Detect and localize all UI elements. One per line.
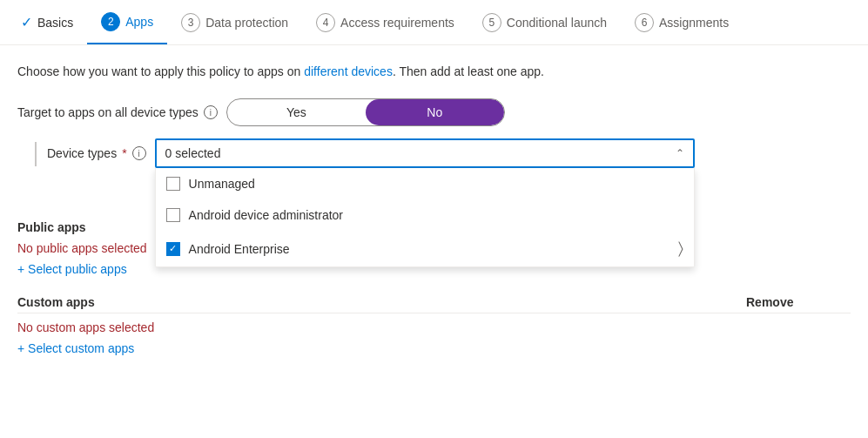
step-circle-conditional-launch: 5	[482, 13, 501, 32]
step-circle-apps: 2	[101, 12, 120, 31]
step-circle-data-protection: 3	[181, 13, 200, 32]
dropdown-label-android-admin: Android device administrator	[189, 208, 343, 222]
custom-apps-col-name: Custom apps	[17, 295, 746, 309]
checkbox-android-enterprise[interactable]	[166, 242, 180, 256]
dropdown-label-android-enterprise: Android Enterprise	[189, 242, 290, 256]
nav-label-apps: Apps	[125, 15, 153, 29]
nav-item-conditional-launch[interactable]: 5 Conditional launch	[468, 0, 621, 44]
toggle-no[interactable]: No	[366, 99, 504, 125]
nav-item-data-protection[interactable]: 3 Data protection	[167, 0, 302, 44]
custom-apps-table-header: Custom apps Remove	[17, 292, 851, 313]
nav-label-basics: Basics	[37, 16, 73, 30]
nav-label-data-protection: Data protection	[205, 16, 288, 30]
select-public-apps-link[interactable]: + Select public apps	[17, 262, 127, 276]
target-info-icon[interactable]: i	[204, 105, 218, 119]
target-apps-label: Target to apps on all device types i	[17, 105, 218, 119]
main-content: Choose how you want to apply this policy…	[0, 45, 868, 388]
cursor-pointer-icon: 〉	[678, 239, 683, 258]
select-custom-apps-link[interactable]: + Select custom apps	[17, 341, 134, 355]
device-types-info-icon[interactable]: i	[132, 146, 146, 160]
checkbox-unmanaged[interactable]	[166, 177, 180, 191]
indent-line	[35, 142, 37, 166]
device-types-row: Device types * i 0 selected ⌃ Unmanaged	[47, 138, 695, 168]
device-types-indent-row: Device types * i 0 selected ⌃ Unmanaged	[35, 138, 851, 168]
toggle-group[interactable]: Yes No	[226, 98, 505, 126]
nav-label-access-requirements: Access requirements	[340, 16, 454, 30]
no-custom-apps-text: No custom apps selected	[17, 320, 851, 334]
checkbox-android-admin[interactable]	[166, 208, 180, 222]
device-types-dropdown-container: 0 selected ⌃ Unmanaged Android device ad…	[155, 138, 695, 168]
dropdown-label-unmanaged: Unmanaged	[189, 177, 255, 191]
device-types-label: Device types * i	[47, 146, 146, 160]
required-star: *	[122, 146, 126, 160]
nav-item-assignments[interactable]: 6 Assignments	[621, 0, 743, 44]
dropdown-trigger-text: 0 selected	[165, 146, 221, 160]
dropdown-item-android-enterprise[interactable]: Android Enterprise 〉	[156, 231, 694, 266]
checkmark-icon: ✓	[21, 14, 32, 30]
custom-apps-section: Custom apps Remove No custom apps select…	[17, 292, 851, 371]
nav-item-access-requirements[interactable]: 4 Access requirements	[302, 0, 468, 44]
chevron-up-icon: ⌃	[676, 147, 684, 159]
nav-item-basics[interactable]: ✓ Basics	[7, 0, 87, 44]
step-circle-access-requirements: 4	[316, 13, 335, 32]
device-types-dropdown-trigger[interactable]: 0 selected ⌃	[155, 138, 695, 168]
nav-label-assignments: Assignments	[659, 16, 729, 30]
step-circle-assignments: 6	[635, 13, 654, 32]
dropdown-item-unmanaged[interactable]: Unmanaged	[156, 168, 694, 199]
nav-label-conditional-launch: Conditional launch	[507, 16, 607, 30]
device-types-dropdown-list: Unmanaged Android device administrator A…	[155, 168, 695, 267]
dropdown-item-android-admin[interactable]: Android device administrator	[156, 199, 694, 231]
page-description: Choose how you want to apply this policy…	[17, 63, 851, 81]
toggle-yes[interactable]: Yes	[227, 99, 366, 125]
wizard-nav: ✓ Basics 2 Apps 3 Data protection 4 Acce…	[0, 0, 868, 45]
custom-apps-col-remove: Remove	[746, 295, 851, 309]
nav-item-apps[interactable]: 2 Apps	[87, 0, 167, 44]
target-apps-row: Target to apps on all device types i Yes…	[17, 98, 851, 126]
